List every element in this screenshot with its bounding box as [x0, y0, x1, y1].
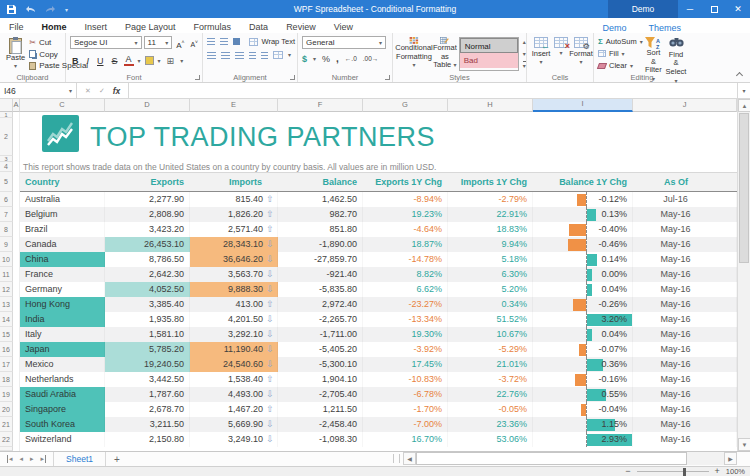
- strikethrough-button[interactable]: S: [110, 55, 120, 67]
- scroll-up-icon[interactable]: ▲: [738, 99, 750, 112]
- cell-as-of[interactable]: May-16: [633, 372, 737, 387]
- column-header-h[interactable]: H: [448, 99, 533, 112]
- cell-exports-1y-chg[interactable]: -6.78%: [363, 387, 448, 402]
- cell-exports[interactable]: 3,442.50: [105, 372, 190, 387]
- cell-imports[interactable]: 4,201.50⇩: [190, 312, 278, 327]
- select-all-corner[interactable]: [0, 99, 13, 112]
- table-header-imports-1y-chg[interactable]: Imports 1Y Chg: [448, 173, 533, 191]
- font-size-combo[interactable]: 11▾: [144, 36, 173, 49]
- cell-balance-1y-chg[interactable]: -0.26%: [533, 297, 633, 312]
- cell-as-of[interactable]: May-16: [633, 297, 737, 312]
- row-header-21[interactable]: 21: [0, 417, 13, 432]
- cell-imports[interactable]: 815.40⇧: [190, 192, 278, 207]
- name-box[interactable]: I46▾: [0, 83, 77, 98]
- autosum-button[interactable]: ΣAutoSum▾: [598, 36, 643, 47]
- cell-exports-1y-chg[interactable]: -8.94%: [363, 192, 448, 207]
- cell-balance-1y-chg[interactable]: 3.20%: [533, 312, 633, 327]
- cell-imports[interactable]: 3,249.10⇩: [190, 432, 278, 447]
- insert-cells-button[interactable]: ← Insert▾: [531, 36, 551, 71]
- cell-country[interactable]: Switzerland: [20, 432, 105, 447]
- cell-exports[interactable]: 3,385.40: [105, 297, 190, 312]
- row-header-7[interactable]: 7: [0, 207, 13, 222]
- cell-exports[interactable]: 19,240.50: [105, 357, 190, 372]
- table-header-country[interactable]: Country: [20, 173, 105, 191]
- cell-balance-1y-chg[interactable]: 0.14%: [533, 252, 633, 267]
- cell-as-of[interactable]: May-16: [633, 252, 737, 267]
- cell-imports-1y-chg[interactable]: 21.01%: [448, 357, 533, 372]
- cell-imports-1y-chg[interactable]: 6.30%: [448, 267, 533, 282]
- cell-exports-1y-chg[interactable]: 17.45%: [363, 357, 448, 372]
- cell-balance-1y-chg[interactable]: -0.04%: [533, 402, 633, 417]
- cell-exports[interactable]: 2,642.30: [105, 267, 190, 282]
- qat-dropdown-icon[interactable]: ▾: [65, 6, 68, 13]
- cell-imports-1y-chg[interactable]: 22.91%: [448, 207, 533, 222]
- table-header-as-of[interactable]: As Of: [633, 173, 737, 191]
- cell-imports[interactable]: 2,571.40⇧: [190, 222, 278, 237]
- cell-as-of[interactable]: May-16: [633, 387, 737, 402]
- table-header-imports[interactable]: Imports: [190, 173, 278, 191]
- column-header-c[interactable]: C: [20, 99, 105, 112]
- table-header-exports[interactable]: Exports: [105, 173, 190, 191]
- cell-balance[interactable]: -5,835.80: [278, 282, 363, 297]
- cell-country[interactable]: France: [20, 267, 105, 282]
- row-header-8[interactable]: 8: [0, 222, 13, 237]
- gallery-more-icon[interactable]: ▾: [523, 61, 526, 69]
- cancel-icon[interactable]: ✕: [85, 87, 91, 95]
- row-header-12[interactable]: 12: [0, 282, 13, 297]
- column-header-d[interactable]: D: [105, 99, 190, 112]
- cell-exports[interactable]: 2,277.90: [105, 192, 190, 207]
- style-normal[interactable]: Normal: [460, 38, 518, 53]
- cell-imports-1y-chg[interactable]: 18.83%: [448, 222, 533, 237]
- table-row[interactable]: Belgium 2,808.90 1,826.20⇧ 982.70 19.23%…: [20, 207, 737, 222]
- row-header-17[interactable]: 17: [0, 357, 13, 372]
- gallery-up-icon[interactable]: ▴: [523, 38, 526, 45]
- cell-balance[interactable]: -5,300.10: [278, 357, 363, 372]
- column-header-i[interactable]: I: [533, 99, 633, 112]
- cell-imports[interactable]: 3,292.10⇩: [190, 327, 278, 342]
- cell-imports[interactable]: 9,888.30⇩: [190, 282, 278, 297]
- delete-cells-button[interactable]: × ▾: [551, 36, 571, 71]
- cell-balance-1y-chg[interactable]: -0.16%: [533, 372, 633, 387]
- decrease-indent-icon[interactable]: [249, 52, 256, 59]
- cell-imports[interactable]: 24,540.60⇩: [190, 357, 278, 372]
- cell-balance[interactable]: -921.40: [278, 267, 363, 282]
- tab-view[interactable]: View: [325, 22, 362, 32]
- tab-insert[interactable]: Insert: [76, 22, 117, 32]
- row-header-9[interactable]: 9: [0, 237, 13, 252]
- cell-balance-1y-chg[interactable]: 1.15%: [533, 417, 633, 432]
- cell-country[interactable]: Mexico: [20, 357, 105, 372]
- cell-imports-1y-chg[interactable]: 5.18%: [448, 252, 533, 267]
- cell-imports-1y-chg[interactable]: 0.34%: [448, 297, 533, 312]
- cell-country[interactable]: Italy: [20, 327, 105, 342]
- cell-imports[interactable]: 1,826.20⇧: [190, 207, 278, 222]
- cell-country[interactable]: Singapore: [20, 402, 105, 417]
- accounting-format-button[interactable]: $: [302, 54, 307, 64]
- cell-as-of[interactable]: May-16: [633, 282, 737, 297]
- cell-exports-1y-chg[interactable]: 8.82%: [363, 267, 448, 282]
- alignment-dialog-launcher[interactable]: [290, 75, 295, 80]
- cell-as-of[interactable]: May-16: [633, 222, 737, 237]
- cell-imports-1y-chg[interactable]: 23.36%: [448, 417, 533, 432]
- cell-exports-1y-chg[interactable]: -14.78%: [363, 252, 448, 267]
- vertical-scroll-thumb[interactable]: [739, 113, 749, 263]
- cell-country[interactable]: South Korea: [20, 417, 105, 432]
- cell-exports-1y-chg[interactable]: -13.34%: [363, 312, 448, 327]
- row-header-19[interactable]: 19: [0, 387, 13, 402]
- sheet-tab-sheet1[interactable]: Sheet1: [54, 452, 106, 466]
- underline-button[interactable]: U: [95, 55, 106, 67]
- cell-balance[interactable]: -2,265.70: [278, 312, 363, 327]
- cell-as-of[interactable]: Jul-16: [633, 192, 737, 207]
- cell-country[interactable]: Australia: [20, 192, 105, 207]
- table-row[interactable]: France 2,642.30 3,563.70⇩ -921.40 8.82% …: [20, 267, 737, 282]
- align-center-icon[interactable]: [221, 52, 230, 59]
- table-header-balance-1y-chg[interactable]: Balance 1Y Chg: [533, 173, 633, 191]
- cell-imports-1y-chg[interactable]: -3.72%: [448, 372, 533, 387]
- fill-button[interactable]: Fill▾: [598, 48, 643, 59]
- paste-button[interactable]: Paste▾: [4, 36, 27, 71]
- number-dialog-launcher[interactable]: [385, 75, 390, 80]
- cell-exports[interactable]: 3,211.50: [105, 417, 190, 432]
- cell-country[interactable]: Brazil: [20, 222, 105, 237]
- format-as-table-button[interactable]: Formatas Table ▾: [431, 36, 459, 71]
- cell-balance-1y-chg[interactable]: 0.13%: [533, 207, 633, 222]
- cell-country[interactable]: Canada: [20, 237, 105, 252]
